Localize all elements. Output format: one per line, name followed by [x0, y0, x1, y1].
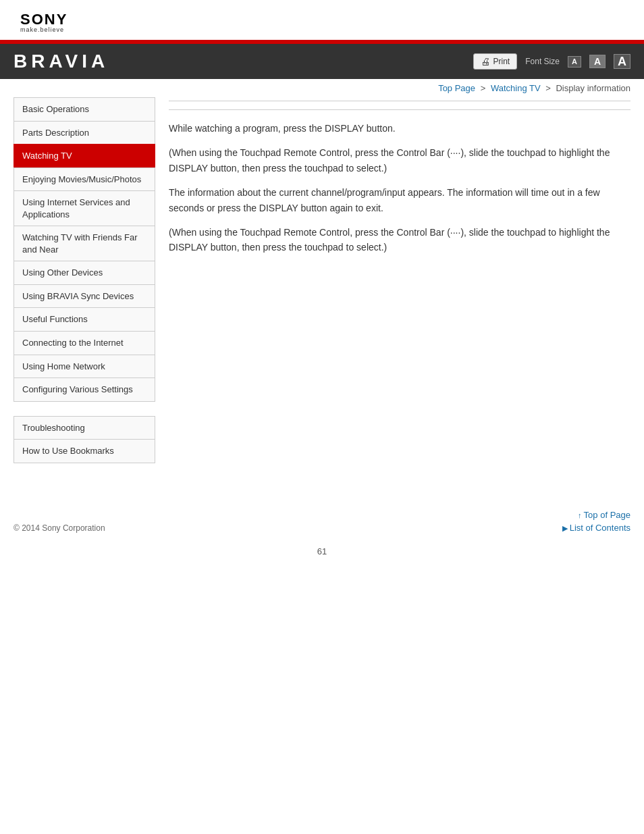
copyright: © 2014 Sony Corporation: [14, 523, 105, 533]
sony-tagline: make.believe: [20, 27, 624, 33]
font-size-label: Font Size: [525, 57, 560, 66]
sony-logo: SONY make.believe: [20, 12, 624, 33]
font-size-large-button[interactable]: A: [614, 54, 630, 69]
sony-brand: SONY: [20, 12, 624, 27]
sidebar: Basic Operations Parts Description Watch…: [14, 97, 155, 469]
logo-area: SONY make.believe: [0, 0, 644, 40]
print-button[interactable]: 🖨 Print: [473, 53, 518, 70]
footer-links: ↑Top of Page ▶List of Contents: [562, 510, 630, 533]
sidebar-item-internet-services[interactable]: Using Internet Services and Applications: [14, 190, 155, 226]
sidebar-item-enjoying-movies[interactable]: Enjoying Movies/Music/Photos: [14, 167, 155, 192]
content-paragraph-3: The information about the current channe…: [169, 185, 630, 215]
sidebar-spacer: [14, 408, 155, 416]
sidebar-item-bravia-sync[interactable]: Using BRAVIA Sync Devices: [14, 284, 155, 309]
breadcrumb-sep1: >: [481, 83, 488, 93]
top-of-page-link[interactable]: ↑Top of Page: [578, 510, 630, 520]
sidebar-item-basic-operations[interactable]: Basic Operations: [14, 97, 155, 122]
page-footer: © 2014 Sony Corporation ↑Top of Page ▶Li…: [0, 496, 644, 540]
sidebar-item-parts-description[interactable]: Parts Description: [14, 121, 155, 145]
breadcrumb-sep2: >: [545, 83, 553, 93]
content-paragraph-1: While watching a program, press the DISP…: [169, 121, 630, 136]
top-arrow-icon: ↑: [578, 511, 582, 519]
bravia-header: BRAVIA 🖨 Print Font Size A A A: [0, 44, 644, 79]
font-size-medium-button[interactable]: A: [589, 55, 606, 68]
breadcrumb-watching-tv[interactable]: Watching TV: [491, 83, 541, 93]
content-area: While watching a program, press the DISP…: [169, 97, 630, 469]
sidebar-item-watching-friends[interactable]: Watching TV with Friends Far and Near: [14, 226, 155, 261]
sidebar-item-configuring-settings[interactable]: Configuring Various Settings: [14, 377, 155, 402]
breadcrumb: Top Page > Watching TV > Display informa…: [0, 79, 644, 97]
sidebar-item-bookmarks[interactable]: How to Use Bookmarks: [14, 439, 155, 463]
top-divider: [169, 101, 630, 101]
page-number: 61: [0, 540, 644, 570]
sidebar-group-support: Troubleshooting How to Use Bookmarks: [14, 416, 155, 463]
bravia-title: BRAVIA: [14, 51, 109, 72]
breadcrumb-top-page[interactable]: Top Page: [438, 83, 475, 93]
list-arrow-icon: ▶: [562, 524, 568, 532]
sidebar-item-connecting-internet[interactable]: Connecting to the Internet: [14, 331, 155, 355]
content-paragraph-4: (When using the Touchpad Remote Control,…: [169, 225, 630, 255]
breadcrumb-current: Display information: [556, 83, 630, 93]
list-of-contents-link[interactable]: ▶List of Contents: [562, 523, 630, 533]
sidebar-item-watching-tv[interactable]: Watching TV: [14, 144, 155, 168]
content-paragraph-2: (When using the Touchpad Remote Control,…: [169, 145, 630, 176]
header-controls: 🖨 Print Font Size A A A: [473, 53, 630, 70]
sidebar-item-home-network[interactable]: Using Home Network: [14, 355, 155, 379]
sidebar-item-other-devices[interactable]: Using Other Devices: [14, 261, 155, 285]
sidebar-item-troubleshooting[interactable]: Troubleshooting: [14, 416, 155, 440]
second-divider: [169, 109, 630, 110]
print-label: Print: [493, 57, 510, 66]
main-layout: Basic Operations Parts Description Watch…: [0, 97, 644, 483]
font-size-small-button[interactable]: A: [568, 56, 581, 68]
sidebar-group-main: Basic Operations Parts Description Watch…: [14, 97, 155, 402]
sidebar-item-useful-functions[interactable]: Useful Functions: [14, 307, 155, 332]
print-icon: 🖨: [481, 56, 490, 67]
